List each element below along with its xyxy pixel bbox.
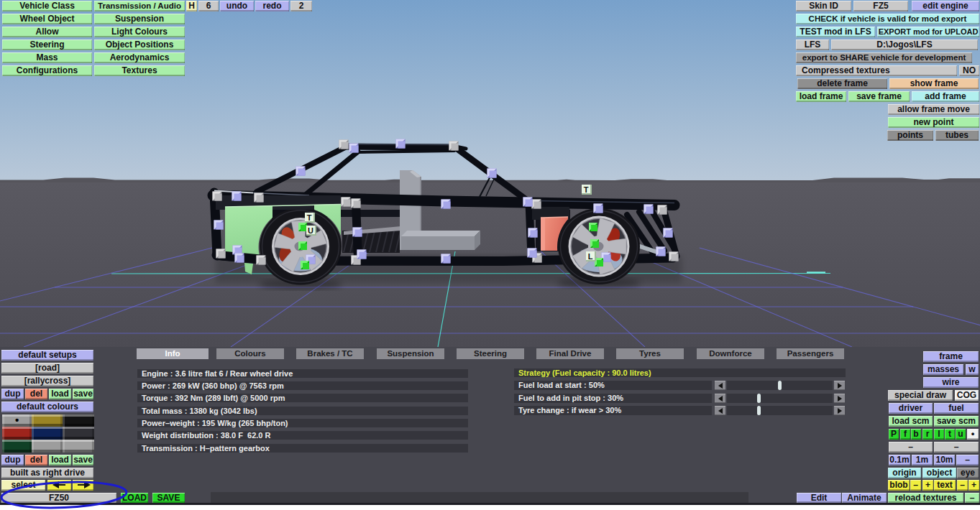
svg-text:T: T bbox=[584, 185, 589, 194]
svg-text:U: U bbox=[308, 226, 313, 235]
svg-text:L: L bbox=[588, 252, 593, 261]
svg-text:T: T bbox=[307, 213, 312, 222]
